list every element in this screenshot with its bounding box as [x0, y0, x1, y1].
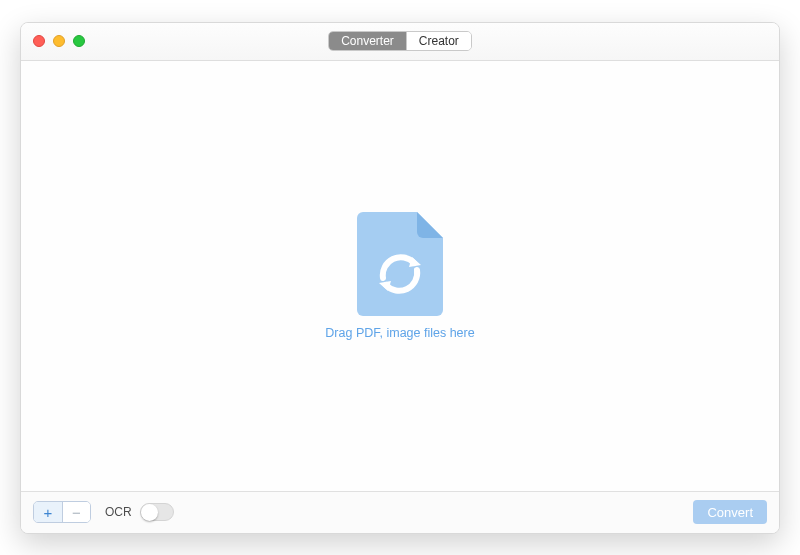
dropzone-graphic: Drag PDF, image files here — [325, 212, 474, 340]
dropzone[interactable]: Drag PDF, image files here — [21, 61, 779, 491]
ocr-label: OCR — [105, 505, 132, 519]
add-file-button[interactable]: + — [34, 502, 62, 522]
window-controls — [33, 35, 85, 47]
ocr-toggle[interactable] — [140, 503, 174, 521]
toggle-knob-icon — [141, 504, 158, 521]
zoom-icon[interactable] — [73, 35, 85, 47]
tab-converter[interactable]: Converter — [329, 32, 406, 50]
minimize-icon[interactable] — [53, 35, 65, 47]
titlebar: Converter Creator — [21, 23, 779, 61]
file-convert-icon — [357, 212, 443, 316]
app-window: Converter Creator Drag PDF, image files … — [20, 22, 780, 534]
tab-creator[interactable]: Creator — [406, 32, 471, 50]
convert-button[interactable]: Convert — [693, 500, 767, 524]
add-remove-group: + − — [33, 501, 91, 523]
close-icon[interactable] — [33, 35, 45, 47]
footer-bar: + − OCR Convert — [21, 491, 779, 533]
ocr-control: OCR — [105, 503, 174, 521]
mode-segmented-control: Converter Creator — [328, 31, 472, 51]
remove-file-button[interactable]: − — [62, 502, 90, 522]
dropzone-hint: Drag PDF, image files here — [325, 326, 474, 340]
